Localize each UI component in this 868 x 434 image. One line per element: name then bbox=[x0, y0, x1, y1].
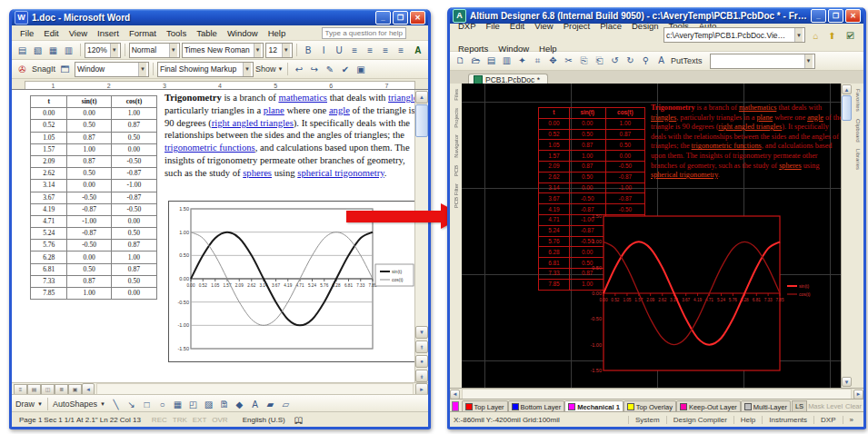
toolbar-icon[interactable]: ✦ bbox=[514, 53, 530, 68]
document-path-combo[interactable]: c:\AveryTemp\PCB1.PcbDoc.ViewName * ▼ bbox=[663, 27, 805, 43]
scroll-thumb[interactable] bbox=[415, 104, 428, 137]
altium-vertical-scrollbar[interactable]: ▲ ▼ bbox=[841, 84, 852, 388]
toolbar-icon[interactable]: 🗋 bbox=[453, 53, 468, 68]
scroll-down-icon[interactable]: ▼ bbox=[842, 377, 852, 387]
drawing-icon[interactable]: ▦ bbox=[170, 397, 185, 412]
drawing-icon[interactable]: ▰ bbox=[263, 397, 278, 412]
clear-button[interactable]: Clear bbox=[845, 402, 862, 410]
panel-button[interactable]: DXP bbox=[813, 416, 842, 424]
hyperlink[interactable]: mathematics bbox=[278, 93, 327, 103]
autoshapes-menu[interactable]: AutoShapes bbox=[53, 399, 97, 409]
drawing-icon[interactable]: □ bbox=[139, 397, 155, 412]
toolbar-icon[interactable]: ▥ bbox=[61, 43, 76, 58]
view-mode-button[interactable]: ▣ bbox=[68, 384, 82, 395]
toolbar-icon[interactable]: ✥ bbox=[545, 53, 561, 68]
menu-item[interactable]: Reports bbox=[454, 43, 493, 54]
drawing-icon[interactable]: ↘ bbox=[124, 397, 139, 412]
panel-button[interactable]: » bbox=[843, 416, 860, 424]
menu-item[interactable]: Design bbox=[627, 20, 663, 42]
hyperlink[interactable]: angle bbox=[807, 113, 823, 122]
panel-button[interactable]: Design Compiler bbox=[666, 416, 733, 424]
altium-window-buttons[interactable]: _ ❒ ✕ bbox=[811, 9, 861, 23]
hyperlink[interactable]: trigonometric functions bbox=[165, 143, 255, 153]
close-button[interactable]: ✕ bbox=[845, 9, 861, 23]
menu-item[interactable]: View bbox=[65, 27, 92, 39]
toolbar-icon[interactable]: ▤ bbox=[15, 43, 30, 58]
minimize-button[interactable]: _ bbox=[375, 11, 391, 25]
scroll-thumb[interactable] bbox=[842, 95, 852, 121]
window-icon[interactable]: 🗔 bbox=[57, 62, 73, 77]
word-document-area[interactable]: tsin(t)cos(t)0.000.001.000.520.500.871.0… bbox=[12, 89, 428, 383]
scroll-right-icon[interactable]: ► bbox=[853, 390, 863, 399]
status-toggle[interactable]: TRK bbox=[173, 416, 187, 424]
markup-mode-combo[interactable]: Final Showing Markup▼ bbox=[157, 62, 254, 77]
format-icon[interactable]: B bbox=[301, 43, 316, 58]
word-title-bar[interactable]: W 1.doc - Microsoft Word _ ❒ ✕ bbox=[12, 9, 428, 25]
toolbar-icon[interactable]: A bbox=[653, 53, 669, 68]
format-icon[interactable]: ≡ bbox=[363, 43, 378, 58]
toolbar-icon[interactable]: ▧ bbox=[30, 43, 45, 58]
spellcheck-icon[interactable]: 🕮 bbox=[294, 415, 304, 425]
toolbar-icon[interactable]: ▥ bbox=[499, 53, 514, 68]
hyperlink[interactable]: right angled triangles bbox=[212, 118, 294, 128]
menu-item[interactable]: File bbox=[15, 27, 38, 39]
status-toggle[interactable]: REC bbox=[152, 416, 167, 424]
hyperlink[interactable]: plane bbox=[756, 113, 773, 122]
drawing-icon[interactable]: ▨ bbox=[201, 397, 216, 412]
toolbar-icon[interactable]: ⚲ bbox=[638, 53, 653, 68]
browse-prev-icon[interactable]: ↟ bbox=[415, 340, 428, 353]
review-icon[interactable]: ✔ bbox=[338, 62, 354, 77]
toolbar-icon[interactable]: ▤ bbox=[484, 53, 499, 68]
browse-select-icon[interactable]: ● bbox=[415, 355, 428, 368]
status-toggle[interactable]: EXT bbox=[193, 416, 207, 424]
panel-tab[interactable]: Libraries bbox=[855, 149, 861, 170]
status-toggle[interactable]: OVR bbox=[212, 416, 227, 424]
toolbar-icon[interactable]: ↺ bbox=[607, 53, 623, 68]
menu-item[interactable]: Place bbox=[595, 20, 626, 42]
panel-tab[interactable]: Favorites bbox=[855, 89, 861, 112]
word-vertical-scrollbar[interactable]: ▲ ▼ ↟ ● ↡ bbox=[414, 90, 428, 383]
hyperlink[interactable]: plane bbox=[264, 105, 284, 115]
toolbar-icon[interactable]: ⎘ bbox=[576, 54, 592, 69]
drawing-icon[interactable]: ╲ bbox=[108, 397, 124, 412]
hyperlink[interactable]: spheres bbox=[779, 162, 802, 170]
toolbar-icon[interactable]: ✂ bbox=[561, 53, 576, 68]
panel-tab[interactable]: PCB bbox=[454, 165, 459, 176]
review-icon[interactable]: ✎ bbox=[323, 62, 338, 77]
drawing-icon[interactable]: ○ bbox=[155, 397, 170, 412]
current-layer-swatch[interactable] bbox=[452, 401, 459, 411]
restore-button[interactable]: ❒ bbox=[828, 9, 843, 23]
close-button[interactable]: ✕ bbox=[410, 11, 425, 25]
panel-button[interactable]: Instruments bbox=[762, 416, 813, 424]
toolbar-icon[interactable]: ▦ bbox=[45, 43, 61, 58]
toolbar-icon[interactable]: ⌗ bbox=[530, 54, 545, 69]
hyperlink[interactable]: spherical trigonometry bbox=[651, 171, 718, 179]
menu-item[interactable]: Tools bbox=[162, 27, 191, 39]
show-menu[interactable]: Show bbox=[255, 64, 276, 74]
scroll-left-icon[interactable]: ◄ bbox=[450, 390, 460, 399]
review-icon[interactable]: ▣ bbox=[354, 62, 369, 77]
format-icon[interactable]: ≡ bbox=[347, 43, 363, 58]
toolbar-icon[interactable]: ⎗ bbox=[592, 54, 607, 69]
hyperlink[interactable]: triangles bbox=[651, 113, 676, 122]
font-size-combo[interactable]: 12▼ bbox=[265, 43, 292, 58]
scroll-up-icon[interactable]: ▲ bbox=[842, 84, 852, 94]
toolbar-icon[interactable]: 🗁 bbox=[468, 53, 484, 68]
drawing-icon[interactable]: A bbox=[247, 397, 263, 412]
view-mode-button[interactable]: ≣ bbox=[55, 384, 68, 395]
panel-button[interactable]: Help bbox=[733, 416, 762, 424]
format-icon[interactable]: ≡ bbox=[378, 43, 394, 58]
ask-help-input[interactable]: Type a question for help bbox=[322, 27, 406, 39]
drawing-icon[interactable]: ▱ bbox=[278, 397, 294, 412]
menu-item[interactable]: Help bbox=[264, 27, 291, 39]
menu-item[interactable]: File bbox=[482, 20, 504, 42]
menu-item[interactable]: Help bbox=[534, 43, 562, 54]
format-icon[interactable]: I bbox=[316, 43, 332, 58]
browse-next-icon[interactable]: ↡ bbox=[415, 370, 428, 382]
panel-tab[interactable]: Clipboard bbox=[855, 119, 861, 143]
format-icon[interactable]: ≡ bbox=[394, 43, 409, 58]
word-window-buttons[interactable]: _ ❒ ✕ bbox=[375, 11, 425, 25]
toolbar-icon[interactable]: ↻ bbox=[623, 53, 638, 68]
drawing-icon[interactable]: ◰ bbox=[185, 397, 201, 412]
style-combo[interactable]: Normal▼ bbox=[129, 43, 180, 58]
